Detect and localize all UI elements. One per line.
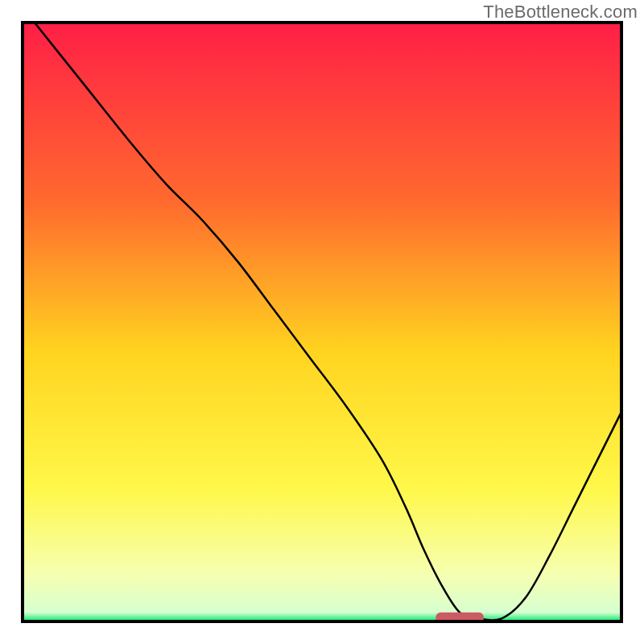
chart-root: { "watermark": "TheBottleneck.com", "cha… — [0, 0, 644, 644]
plot-background — [23, 23, 621, 621]
bottleneck-chart — [0, 0, 644, 644]
